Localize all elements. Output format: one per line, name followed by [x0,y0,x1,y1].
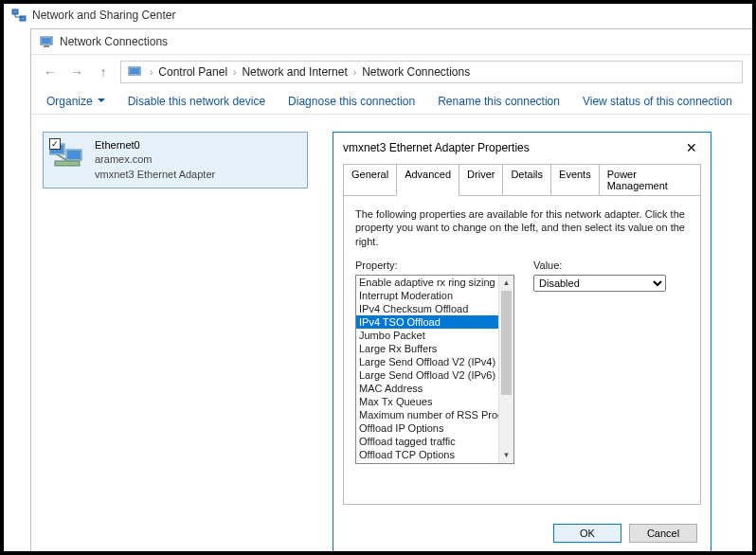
value-label: Value: [533,260,666,271]
tab-events[interactable]: Events [550,164,599,196]
property-listbox[interactable]: Enable adaptive rx ring sizingInterrupt … [355,275,514,464]
organize-menu[interactable]: Organize [46,95,105,108]
property-item[interactable]: IPv4 Checksum Offload [356,302,498,315]
breadcrumb-item[interactable]: Network Connections [360,65,472,79]
network-sharing-icon [11,8,27,23]
network-connections-window: Network Connections ← → ↑ › Control Pane… [30,28,752,551]
adapter-name: Ethernet0 [95,138,215,152]
rename-button[interactable]: Rename this connection [438,95,560,108]
property-item[interactable]: Jumbo Packet [356,329,498,342]
nav-up-button[interactable]: ↑ [94,64,113,80]
property-item[interactable]: Large Send Offload V2 (IPv4) [356,355,498,368]
tab-bar: General Advanced Driver Details Events P… [343,163,701,195]
adapter-checkbox[interactable]: ✓ [49,138,61,150]
parent-window-title: Network and Sharing Center [32,9,175,22]
svg-rect-11 [55,161,80,166]
scroll-down-button[interactable]: ▼ [499,448,513,463]
address-bar: ← → ↑ › Control Panel › Network and Inte… [31,55,752,89]
panel-description: The following properties are available f… [355,207,689,248]
network-connections-icon [39,34,54,49]
property-item[interactable]: Offload tagged traffic [356,435,498,448]
svg-rect-3 [42,38,51,44]
view-status-button[interactable]: View status of this connection [583,95,732,108]
parent-window-title-bar: Network and Sharing Center [4,4,752,27]
cancel-button[interactable]: Cancel [629,524,697,543]
scrollbar[interactable]: ▲ ▼ [498,276,513,463]
property-item[interactable]: Large Rx Buffers [356,342,498,355]
scroll-thumb[interactable] [501,291,512,395]
svg-rect-6 [130,68,139,74]
scroll-up-button[interactable]: ▲ [499,276,513,291]
tab-general[interactable]: General [343,164,396,196]
chevron-right-icon[interactable]: › [350,67,360,78]
chevron-right-icon[interactable]: › [229,67,240,78]
breadcrumb-item[interactable]: Control Panel [156,65,229,79]
breadcrumb-icon [127,64,142,80]
property-item[interactable]: Large Send Offload V2 (IPv6) [356,368,498,382]
tab-details[interactable]: Details [502,164,550,196]
adapter-driver: vmxnet3 Ethernet Adapter [95,168,215,182]
disable-device-button[interactable]: Disable this network device [128,95,265,108]
adapter-domain: aramex.com [95,152,215,167]
tab-power-management[interactable]: Power Management [599,164,701,196]
property-item[interactable]: Offload IP Options [356,421,498,435]
svg-rect-10 [67,151,81,159]
property-label: Property: [355,260,514,271]
window-title-bar: Network Connections [31,29,752,55]
diagnose-button[interactable]: Diagnose this connection [288,95,415,108]
close-button[interactable]: ✕ [682,140,701,155]
nav-forward-button: → [67,64,86,80]
property-item[interactable]: Offload TCP Options [356,448,498,461]
property-item[interactable]: Interrupt Moderation [356,289,498,302]
property-item[interactable]: MAC Address [356,382,498,395]
adapter-list-item[interactable]: ✓ Ethernet0 aramex.com vmxnet3 Ethernet … [43,132,308,188]
toolbar: Organize Disable this network device Dia… [31,89,752,115]
ok-button[interactable]: OK [553,524,621,543]
tab-panel-advanced: The following properties are available f… [343,195,701,505]
nav-back-button[interactable]: ← [41,64,60,80]
property-item[interactable]: Max Tx Queues [356,395,498,408]
window-title: Network Connections [60,35,168,48]
svg-rect-4 [44,45,49,47]
property-item[interactable]: Maximum number of RSS Processo [356,408,498,421]
chevron-right-icon[interactable]: › [146,67,156,78]
value-select[interactable]: Disabled [533,275,666,292]
property-item[interactable]: Enable adaptive rx ring sizing [356,276,498,289]
tab-advanced[interactable]: Advanced [396,164,459,196]
property-item[interactable]: IPv4 TSO Offload [356,315,498,329]
breadcrumb-item[interactable]: Network and Internet [240,65,349,79]
breadcrumb[interactable]: › Control Panel › Network and Internet ›… [120,61,743,83]
tab-driver[interactable]: Driver [459,164,502,196]
svg-rect-0 [12,9,18,14]
dialog-title: vmxnet3 Ethernet Adapter Properties [343,141,530,154]
properties-dialog: vmxnet3 Ethernet Adapter Properties ✕ Ge… [333,132,711,553]
